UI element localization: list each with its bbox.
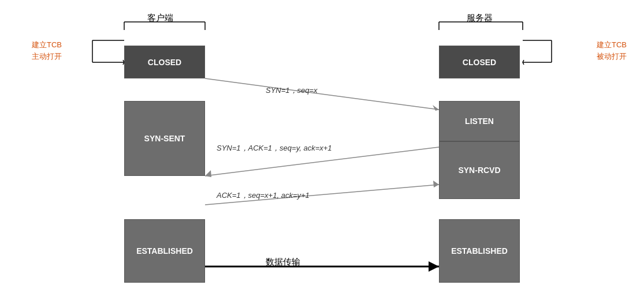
left-note: 建立TCB 主动打开	[32, 39, 62, 62]
client-closed-box: CLOSED	[124, 46, 205, 78]
arrow3-label: ACK=1，seq=x+1, ack=y+1	[217, 190, 310, 201]
syn-sent-box: SYN-SENT	[124, 101, 205, 176]
svg-marker-13	[433, 105, 439, 111]
right-note: 建立TCB 被动打开	[597, 39, 627, 62]
client-header: 客户端	[147, 13, 173, 24]
svg-marker-20	[429, 261, 439, 272]
client-established-box: ESTABLISHED	[124, 219, 205, 283]
svg-line-12	[205, 78, 439, 110]
arrow2-label: SYN=1，ACK=1，seq=y, ack=x+1	[217, 143, 332, 153]
svg-marker-15	[205, 170, 211, 177]
data-transfer-label: 数据传输	[266, 257, 300, 268]
arrow1-label: SYN=1，seq=x	[266, 85, 318, 96]
listen-box: LISTEN	[439, 101, 520, 141]
diagram-container: 客户端 服务器 建立TCB 主动打开 建立TCB 被动打开 CLOSED CLO…	[0, 0, 644, 304]
server-header: 服务器	[467, 13, 493, 24]
syn-rcvd-box: SYN-RCVD	[439, 141, 520, 199]
server-established-box: ESTABLISHED	[439, 219, 520, 283]
server-closed-box: CLOSED	[439, 46, 520, 78]
svg-marker-17	[433, 181, 439, 187]
